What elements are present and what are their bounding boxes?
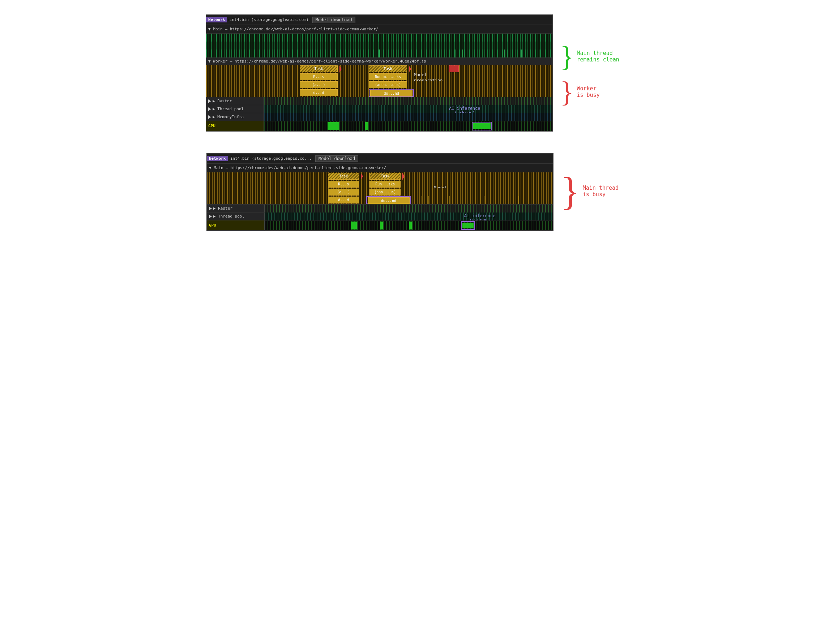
gpu-green-2a: [351, 222, 357, 230]
raster-content-2: [265, 205, 553, 213]
annotation-text-clean: Main thread remains clean: [577, 50, 619, 63]
main-arrow-2: [402, 173, 405, 180]
worker-track-3: (a...) (anon...ous): [206, 81, 552, 89]
diagram1: Network -int4.bin (storage.googleapis.co…: [206, 14, 619, 131]
main-runsks-block: Run...sks: [369, 181, 400, 188]
raster-triangle-1: [208, 99, 211, 103]
network-file-1: -int4.bin (storage.googleapis.com): [227, 17, 308, 22]
gpu-green-2b: [380, 222, 383, 230]
vert-bar-3: [450, 196, 450, 204]
worker-track-1: Task Task: [206, 65, 552, 73]
task-arrow-1: [340, 65, 341, 73]
task-block-runmasks: Run m...asks: [369, 73, 407, 80]
model-download-badge-1: Model download: [312, 17, 355, 23]
brace-green-1: }: [560, 42, 574, 71]
thread-pool-content-2: AI inference (WebGPU): [265, 213, 553, 221]
thread-pool-label-2: ▶ Thread pool: [207, 213, 265, 220]
main-track-2: [206, 42, 552, 49]
main-track-1: [206, 34, 552, 42]
raster-content-1: [264, 97, 552, 105]
vert-bar-2: [428, 196, 429, 204]
worker-header-1: ▼ Worker — https://chrome.dev/web-ai-dem…: [206, 58, 552, 65]
memory-infra-content-1: [264, 113, 552, 121]
memory-infra-row-1: ▶ MemoryInfra: [206, 113, 552, 121]
worker-section-1: Task Task R...s Run m...asks: [206, 65, 552, 97]
task-block-1a: Task: [300, 65, 338, 72]
vert-bar-1: [422, 196, 422, 204]
raster-label-2: ▶ Raster: [207, 205, 265, 212]
main-dd-block: d...d: [328, 196, 359, 204]
ai-inference-label-2: AI inference (WebGPU): [464, 213, 496, 221]
gpu-row-2: GPU: [207, 221, 553, 230]
annotations-2: } Main thread is busy: [561, 153, 619, 211]
raster-row-2: ▶ Raster: [207, 205, 553, 213]
main-anous-block: (ano...us): [369, 188, 400, 196]
main-busy-track-2: R...s Run...sks Model preparation: [207, 180, 553, 188]
memory-infra-triangle-1: [208, 115, 211, 119]
main-busy-track-4: d...d do...nd: [207, 196, 553, 204]
main-task-1a: Task: [328, 173, 359, 180]
worker-header-label-1: ▼ Worker — https://chrome.dev/web-ai-dem…: [208, 59, 426, 63]
task-block-dd: d...d: [300, 89, 338, 96]
brace-red-2: }: [561, 171, 580, 211]
thread-pool-triangle-1: [208, 107, 211, 111]
gpu-label-1: GPU: [206, 121, 264, 131]
main-header-label-2: ▼ Main — https://chrome.dev/web-ai-demos…: [209, 165, 386, 170]
network-file-2: -int4.bin (storage.googleapis.co...: [228, 156, 312, 161]
task-arrow-2: [409, 65, 411, 73]
gpu-green-2c: [409, 222, 412, 230]
raster-label-1: ▶ Raster: [206, 97, 264, 105]
worker-track-2: R...s Run m...asks Model preparation: [206, 73, 552, 81]
annotation-text-busy: Worker is busy: [577, 85, 600, 98]
annotation-text-mainbusy: Main thread is busy: [583, 185, 619, 198]
network-row-1: Network -int4.bin (storage.googleapis.co…: [206, 15, 552, 25]
brace-red-1: }: [560, 77, 574, 106]
main-thread-section-2: Task Task R...s Run...sks Model prepara: [207, 172, 553, 205]
thread-pool-content-1: AI inference (WebGPU): [264, 105, 552, 113]
gpu-purple-2: [461, 221, 476, 230]
task-block-1b: Task: [369, 65, 407, 72]
gpu-content-2: [265, 221, 553, 230]
gpu-green-1: [328, 122, 339, 130]
ai-inference-label-1: AI inference (WebGPU): [449, 106, 480, 113]
raster-row-1: ▶ Raster: [206, 97, 552, 105]
main-a-block: (a...): [328, 188, 359, 196]
annotation-main-busy: } Main thread is busy: [561, 171, 619, 211]
network-badge-1: Network: [206, 17, 227, 22]
model-download-badge-2: Model download: [315, 155, 358, 162]
vert-bar-4: [484, 196, 484, 204]
main-task-1b: Task: [369, 173, 400, 180]
annotations-1: } Main thread remains clean } Worker is …: [560, 14, 619, 106]
gpu-label-2: GPU: [207, 221, 265, 230]
task-purple-outline-1: do...nd: [369, 89, 414, 97]
main-rs-block: R...s: [328, 181, 359, 188]
task-block-a: (a...): [300, 81, 338, 88]
thread-pool-row-1: ▶ Thread pool AI inference (WebGPU): [206, 105, 552, 113]
task-red-1: [449, 65, 459, 72]
annotation-main-clean: } Main thread remains clean: [560, 42, 619, 71]
main-header-1: ▼ Main — https://chrome.dev/web-ai-demos…: [206, 25, 552, 34]
main-purple-outline: do...nd: [366, 196, 411, 204]
main-arrow-1: [361, 173, 363, 180]
task-block-dond: do...nd: [370, 90, 412, 96]
thread-pool-triangle-2: [209, 215, 212, 218]
worker-track-4: d...d do...nd: [206, 89, 552, 97]
diagram2: Network -int4.bin (storage.googleapis.co…: [206, 153, 619, 231]
gpu-purple-1: [472, 122, 492, 130]
main-track-3: [206, 49, 552, 57]
annotation-worker-busy: } Worker is busy: [560, 77, 619, 106]
gpu-green-inner-2: [462, 222, 474, 229]
main-header-2: ▼ Main — https://chrome.dev/web-ai-demos…: [207, 164, 553, 172]
thread-pool-label-1: ▶ Thread pool: [206, 105, 264, 113]
main-thread-section-1: [206, 34, 552, 58]
vert-bar-5: [518, 196, 519, 204]
main-header-label-1: ▼ Main — https://chrome.dev/web-ai-demos…: [208, 27, 378, 31]
profiler-panel-1: Network -int4.bin (storage.googleapis.co…: [206, 14, 553, 131]
task-block-anon: (anon...ous): [369, 81, 407, 88]
gpu-green-inner-1: [473, 123, 491, 129]
gpu-content-1: [264, 121, 552, 131]
gpu-green-2: [365, 122, 368, 130]
thread-pool-row-2: ▶ Thread pool AI inference (WebGPU): [207, 213, 553, 221]
main-dond-block: do...nd: [368, 197, 410, 204]
profiler-panel-2: Network -int4.bin (storage.googleapis.co…: [206, 153, 553, 231]
